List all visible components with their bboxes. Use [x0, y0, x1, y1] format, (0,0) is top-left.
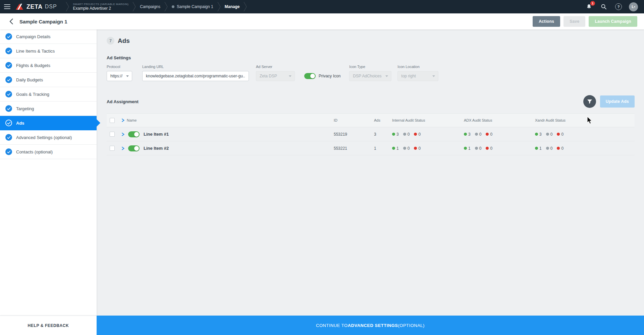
back-button[interactable] — [7, 17, 15, 26]
status-pending: 0 — [546, 146, 553, 151]
internal-audit-status: 1 0 0 — [392, 146, 464, 151]
status-count: 1 — [396, 146, 399, 151]
status-rejected: 0 — [557, 146, 564, 151]
protocol-select[interactable]: https:// — [107, 71, 132, 81]
line-item-id: 553221 — [334, 146, 374, 151]
status-pending: 0 — [475, 132, 482, 137]
status-rejected: 0 — [414, 132, 421, 137]
line-item-toggle[interactable] — [128, 145, 140, 151]
status-count: 0 — [490, 146, 492, 151]
red-status-dot — [486, 133, 489, 136]
header-actions: Actions Save Launch Campaign — [533, 16, 637, 27]
column-id: ID — [334, 118, 374, 122]
campaign-steps-sidebar: Campaign Details Line Items & Tactics Fl… — [0, 29, 97, 316]
sidebar-item-campaign-details[interactable]: Campaign Details — [0, 29, 97, 44]
expand-chevron-icon[interactable] — [121, 132, 124, 136]
sidebar-item-label: Campaign Details — [16, 34, 51, 39]
sidebar-item-contacts[interactable]: Contacts (optional) — [0, 145, 97, 159]
actions-button[interactable]: Actions — [533, 16, 560, 27]
red-status-dot — [486, 147, 489, 150]
privacy-icon-group: Privacy Icon — [304, 71, 340, 81]
user-avatar[interactable]: L• — [629, 2, 638, 11]
brand-zeta: ZETA — [26, 3, 43, 10]
status-pending: 0 — [475, 146, 482, 151]
check-circle-icon — [5, 62, 12, 69]
landing-url-input[interactable] — [142, 71, 249, 81]
campaigns-label: Campaigns — [140, 4, 160, 9]
column-name[interactable]: Name — [121, 118, 334, 122]
notifications-button[interactable]: 1 — [585, 2, 593, 11]
continue-bold: ADVANCED SETTINGS — [348, 323, 398, 328]
sidebar-item-goals-tracking[interactable]: Goals & Tracking — [0, 87, 97, 102]
breadcrumb-separator-icon — [244, 2, 247, 12]
column-label: Name — [127, 118, 137, 122]
filter-button[interactable] — [583, 95, 596, 108]
save-button[interactable]: Save — [564, 16, 585, 27]
campaign-title: Sample Campaign 1 — [19, 19, 67, 24]
gray-status-dot — [403, 133, 406, 136]
launch-campaign-button[interactable]: Launch Campaign — [589, 16, 637, 27]
green-status-dot — [392, 133, 395, 136]
protocol-field: Protocol https:// — [107, 65, 142, 81]
sidebar-item-line-items-tactics[interactable]: Line Items & Tactics — [0, 44, 97, 58]
ad-assignment-heading: Ad Assignment — [107, 99, 139, 104]
status-count: 3 — [539, 132, 542, 137]
sidebar-item-ads[interactable]: Ads — [0, 116, 97, 130]
help-feedback-button[interactable]: HELP & FEEDBACK — [0, 316, 97, 335]
brand-dsp: DSP — [45, 4, 57, 10]
expand-chevron-icon[interactable] — [121, 146, 124, 150]
line-item-toggle[interactable] — [128, 131, 140, 137]
green-status-dot — [535, 133, 538, 136]
ad-server-value: Zeta DSP — [260, 74, 277, 78]
sidebar-item-daily-budgets[interactable]: Daily Budgets — [0, 73, 97, 87]
status-approved: 3 — [392, 132, 399, 137]
update-ads-button[interactable]: Update Ads — [600, 95, 635, 108]
icon-type-select[interactable]: DSP AdChoices — [349, 71, 391, 81]
sidebar-item-targeting[interactable]: Targeting — [0, 102, 97, 116]
breadcrumb-campaign[interactable]: Sample Campaign 1 — [172, 4, 213, 9]
sidebar-item-flights-budgets[interactable]: Flights & Budgets — [0, 58, 97, 73]
breadcrumb-advertiser[interactable]: SMART PROJECTS (VARIABLE MARGIN) Example… — [73, 3, 129, 11]
line-item-ads-count: 1 — [374, 146, 392, 151]
check-circle-icon — [5, 48, 12, 54]
help-button[interactable]: ? — [614, 2, 623, 11]
toggle-knob — [310, 74, 315, 78]
row-checkbox[interactable] — [110, 146, 115, 151]
topbar-icons: 1 ? L• — [585, 2, 644, 11]
continue-button[interactable]: CONTINUE TO ADVANCED SETTINGS (OPTIONAL) — [97, 316, 644, 335]
red-status-dot — [557, 147, 560, 150]
line-item-ads-count: 3 — [374, 132, 392, 137]
xandr-audit-status: 1 0 0 — [535, 146, 635, 151]
check-circle-icon — [5, 105, 12, 112]
icon-type-value: DSP AdChoices — [353, 74, 381, 78]
red-status-dot — [557, 133, 560, 136]
step-number-badge: 7 — [107, 37, 114, 45]
internal-audit-status: 3 0 0 — [392, 132, 464, 137]
breadcrumb-separator-icon — [66, 2, 69, 12]
green-status-dot — [535, 147, 538, 150]
toggle-knob — [134, 146, 139, 151]
hamburger-menu-icon[interactable] — [0, 0, 14, 13]
privacy-icon-toggle[interactable] — [304, 73, 316, 79]
status-approved: 1 — [535, 146, 542, 151]
status-count: 0 — [479, 146, 482, 151]
sidebar-item-label: Contacts (optional) — [16, 149, 53, 154]
red-status-dot — [414, 133, 417, 136]
green-status-dot — [464, 147, 467, 150]
protocol-value: https:// — [110, 74, 122, 78]
status-rejected: 0 — [486, 146, 492, 151]
sidebar-item-advanced-settings[interactable]: Advanced Settings (optional) — [0, 130, 97, 145]
question-mark-icon: ? — [615, 3, 622, 10]
status-approved: 1 — [392, 146, 399, 151]
campaign-header-bar: Sample Campaign 1 Actions Save Launch Ca… — [0, 13, 644, 29]
select-all-checkbox[interactable] — [110, 118, 115, 123]
ad-server-select[interactable]: Zeta DSP — [256, 71, 295, 81]
zeta-dsp-logo[interactable]: ZETA DSP — [15, 3, 57, 10]
search-button[interactable] — [599, 2, 608, 11]
icon-location-select[interactable]: top right — [397, 71, 438, 81]
row-checkbox[interactable] — [110, 132, 115, 137]
breadcrumb-manage[interactable]: Manage — [225, 4, 240, 9]
status-count: 0 — [418, 132, 421, 137]
campaign-status-dot — [172, 5, 174, 8]
breadcrumb-campaigns[interactable]: Campaigns — [140, 4, 160, 9]
